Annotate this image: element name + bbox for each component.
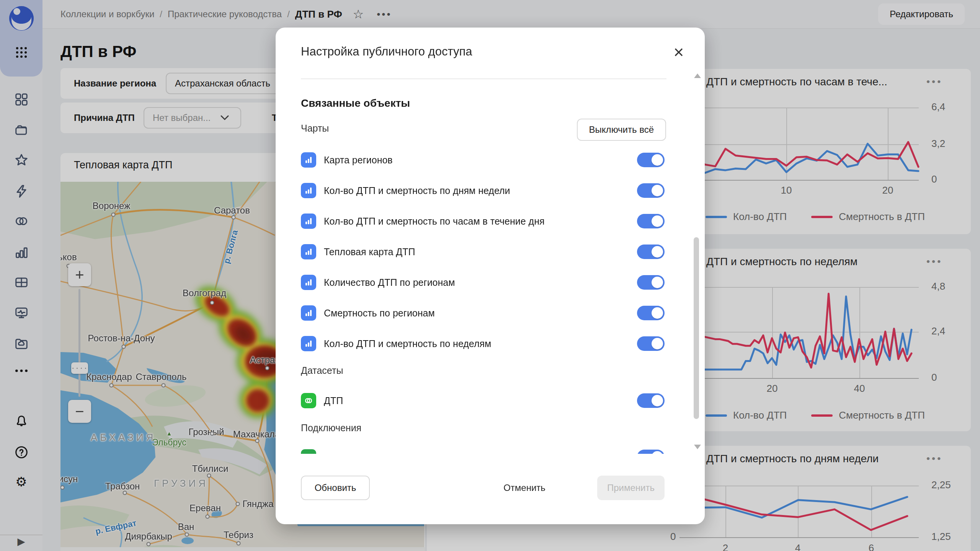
- object-label: Тепловая карта ДТП: [324, 246, 415, 258]
- chart-toggle-row: Кол-во ДТП и смертность по дням недели: [301, 175, 665, 206]
- dataset-toggle-row: ДТП: [301, 385, 665, 416]
- scrollbar-thumb[interactable]: [694, 237, 699, 419]
- chart-object-icon: [301, 183, 316, 198]
- object-label: Кол-во ДТП и смертность по неделям: [324, 338, 491, 349]
- disable-all-button[interactable]: Выключить всё: [577, 119, 666, 141]
- chart-toggle-row: Тепловая карта ДТП: [301, 236, 665, 267]
- charts-section-label: Чарты: [301, 123, 329, 134]
- apply-button[interactable]: Применить: [597, 476, 665, 500]
- object-label: Карта регионов: [324, 155, 393, 166]
- cancel-button[interactable]: Отменить: [500, 476, 549, 500]
- toggle-switch[interactable]: [637, 183, 665, 198]
- toggle-switch[interactable]: [637, 214, 665, 228]
- toggle-switch[interactable]: [637, 336, 665, 351]
- toggle-switch[interactable]: [637, 393, 665, 408]
- connections-section-label: Подключения: [301, 422, 361, 434]
- chart-toggle-row: Смертность по регионам: [301, 298, 665, 328]
- connection-object-icon: [301, 449, 316, 454]
- chart-toggle-row: Кол-во ДТП и смертность по часам в течен…: [301, 206, 665, 236]
- object-label: Кол-во ДТП и смертность по дням недели: [324, 185, 510, 196]
- close-icon[interactable]: ×: [670, 43, 688, 61]
- chart-object-icon: [301, 275, 316, 290]
- modal-scroll-area[interactable]: Связанные объекты Чарты Выключить всё Ка…: [276, 79, 705, 454]
- toggle-switch[interactable]: [637, 306, 665, 320]
- chart-object-icon: [301, 305, 316, 321]
- dataset-object-icon: [301, 393, 316, 408]
- toggle-switch[interactable]: [637, 153, 665, 167]
- datasets-section-label: Датасеты: [301, 365, 343, 376]
- related-objects-heading: Связанные объекты: [301, 97, 410, 109]
- chart-object-icon: [301, 336, 316, 351]
- toggle-switch[interactable]: [637, 275, 665, 290]
- scrollbar-up-icon[interactable]: [694, 73, 701, 78]
- modal-title: Настройка публичного доступа: [301, 45, 472, 59]
- object-label: Количество ДТП по регионам: [324, 277, 455, 288]
- toggle-switch[interactable]: [637, 245, 665, 259]
- chart-object-icon: [301, 214, 316, 229]
- chart-toggle-row: Карта регионов: [301, 145, 665, 175]
- object-label: Кол-во ДТП и смертность по часам в течен…: [324, 216, 545, 227]
- chart-toggle-row: Количество ДТП по регионам: [301, 267, 665, 298]
- chart-object-icon: [301, 244, 316, 259]
- chart-toggle-row: Кол-во ДТП и смертность по неделям: [301, 328, 665, 359]
- toggle-switch[interactable]: [637, 450, 665, 454]
- public-access-modal: Настройка публичного доступа × Связанные…: [276, 28, 705, 524]
- object-label: Смертность по регионам: [324, 308, 435, 319]
- update-button[interactable]: Обновить: [301, 476, 370, 500]
- scrollbar-down-icon[interactable]: [694, 445, 701, 449]
- chart-object-icon: [301, 152, 316, 168]
- object-label: ДТП: [324, 395, 343, 406]
- connection-toggle-row: [301, 442, 665, 454]
